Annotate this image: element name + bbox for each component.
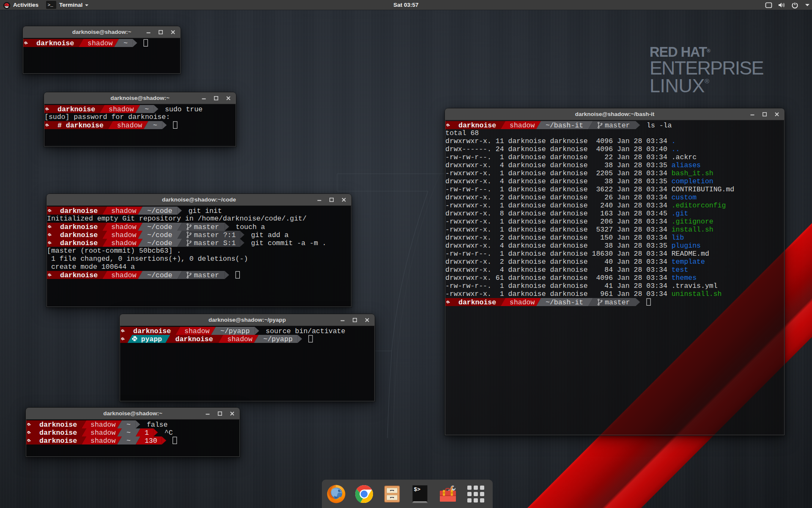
svg-text:darknoise: darknoise	[39, 428, 77, 436]
svg-text:darknoise: darknoise	[36, 39, 74, 47]
svg-text:shadow: shadow	[117, 121, 143, 129]
svg-text:1: 1	[145, 428, 149, 436]
svg-text:shadow: shadow	[228, 335, 253, 342]
svg-text:pyapp: pyapp	[141, 335, 162, 342]
svg-text:git init: git init	[188, 207, 222, 214]
svg-text:~: ~	[126, 428, 131, 436]
svg-text:~/bash-it: ~/bash-it	[546, 121, 583, 129]
svg-text:^C: ^C	[165, 428, 173, 436]
svg-text:~/code: ~/code	[147, 207, 172, 214]
svg-text:shadow: shadow	[510, 298, 535, 306]
svg-text:~/code: ~/code	[147, 271, 172, 279]
svg-text:sudo true: sudo true	[165, 105, 203, 113]
svg-text:source bin/activate: source bin/activate	[266, 327, 345, 334]
svg-text:darknoise: darknoise	[60, 207, 98, 214]
svg-text:~/pyapp: ~/pyapp	[220, 327, 250, 334]
svg-text:git commit -a -m .: git commit -a -m .	[251, 239, 326, 246]
svg-text:shadow: shadow	[184, 327, 210, 334]
svg-text:darknoise: darknoise	[458, 121, 496, 129]
svg-text:shadow: shadow	[109, 105, 134, 113]
svg-text:darknoise: darknoise	[60, 271, 98, 279]
svg-text:darknoise: darknoise	[458, 298, 496, 306]
svg-text:master: master	[194, 223, 219, 230]
svg-text:darknoise: darknoise	[39, 436, 77, 444]
svg-text:master ?:1: master ?:1	[194, 231, 236, 238]
svg-text:~/code: ~/code	[147, 239, 172, 246]
svg-text:$>: $>	[414, 486, 421, 493]
svg-text:false: false	[147, 420, 168, 428]
svg-text:~/code: ~/code	[147, 223, 172, 230]
svg-text:darknoise: darknoise	[133, 327, 171, 334]
svg-text:130: 130	[145, 436, 157, 444]
svg-text:master: master	[605, 298, 630, 306]
svg-text:touch a: touch a	[236, 223, 265, 230]
svg-text:master: master	[605, 121, 630, 129]
svg-text:# darknoise: # darknoise	[58, 121, 104, 129]
svg-text:darknoise: darknoise	[60, 231, 98, 238]
svg-text:shadow: shadow	[111, 239, 137, 246]
svg-text:shadow: shadow	[91, 436, 116, 444]
svg-text:~: ~	[126, 420, 131, 428]
svg-text:git add a: git add a	[251, 231, 288, 238]
svg-text:darknoise: darknoise	[58, 105, 95, 113]
svg-text:darknoise: darknoise	[39, 420, 77, 428]
svg-text:shadow: shadow	[510, 121, 535, 129]
svg-text:~: ~	[145, 105, 149, 113]
svg-text:~: ~	[153, 121, 157, 129]
svg-text:~/code: ~/code	[147, 231, 172, 238]
svg-text:master S:1: master S:1	[194, 239, 236, 246]
svg-text:~: ~	[126, 436, 131, 444]
svg-text:master: master	[194, 271, 219, 279]
svg-text:shadow: shadow	[111, 231, 137, 238]
svg-text:shadow: shadow	[88, 39, 113, 47]
svg-text:darknoise: darknoise	[60, 239, 98, 246]
svg-text:shadow: shadow	[111, 207, 137, 214]
svg-text:~/bash-it: ~/bash-it	[546, 298, 583, 306]
svg-text:darknoise: darknoise	[176, 335, 213, 342]
svg-text:darknoise: darknoise	[60, 223, 98, 230]
svg-text:shadow: shadow	[111, 271, 137, 279]
svg-text:~/pyapp: ~/pyapp	[263, 335, 293, 342]
svg-text:shadow: shadow	[91, 420, 116, 428]
svg-text:shadow: shadow	[91, 428, 116, 436]
svg-text:~: ~	[123, 39, 128, 47]
svg-text:shadow: shadow	[111, 223, 137, 230]
svg-text:ls -la: ls -la	[647, 121, 672, 129]
